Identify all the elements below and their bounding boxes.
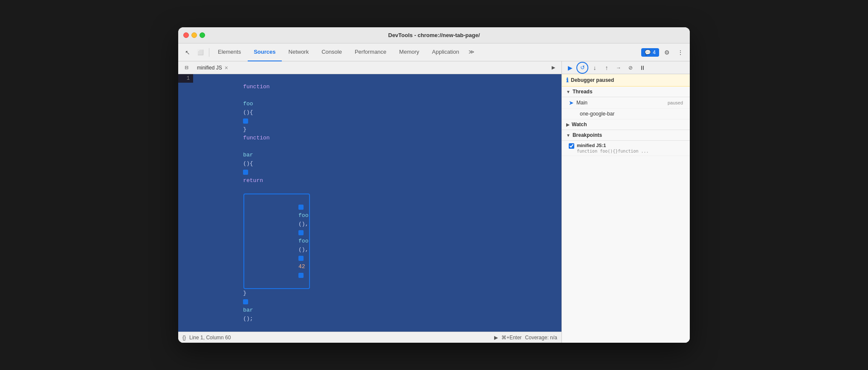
close-button[interactable] [183,32,189,38]
editor-toolbar-right: ▶ [549,63,558,72]
step-over-icon: ↺ [580,64,585,71]
pause-icon: ⏸ [639,64,645,71]
sidebar-toggle-button[interactable]: ⊟ [182,63,191,72]
minimize-button[interactable] [191,32,197,38]
more-vertical-icon: ⋮ [677,49,683,56]
breakpoint-item-1[interactable]: minified JS:1 function foo(){}function .… [562,141,690,156]
more-tabs-icon: ≫ [469,49,475,55]
breakpoints-collapse-icon: ▼ [566,133,570,138]
step-out-button[interactable]: ↑ [601,62,612,73]
right-panel: ▶ ↺ ↓ ↑ → ⊘ [562,61,690,343]
thread-main[interactable]: ➤ Main paused [562,97,690,109]
tab-sources[interactable]: Sources [248,43,281,61]
settings-button[interactable]: ⚙ [661,46,673,58]
step-into-icon: ↓ [593,64,596,71]
more-options-button[interactable]: ⋮ [674,46,686,58]
tab-memory[interactable]: Memory [393,43,425,61]
tab-application[interactable]: Application [426,43,465,61]
thread-active-icon: ➤ [569,99,574,106]
devtools-window: DevTools - chrome://new-tab-page/ ↖ ⬜ El… [178,27,690,343]
titlebar: DevTools - chrome://new-tab-page/ [178,27,690,43]
step-into-button[interactable]: ↓ [589,62,600,73]
keyword-function-1: function [243,84,269,90]
resume-icon: ▶ [568,64,573,71]
debugger-paused-banner: ℹ Debugger paused [562,74,690,87]
tab-elements[interactable]: Elements [212,43,247,61]
line-number-1: 1 [178,74,193,83]
breakpoint-checkbox[interactable] [569,143,574,149]
highlighted-expression: foo (), foo (), 42 [243,194,310,289]
resume-button[interactable]: ▶ [564,62,576,73]
status-right: ▶ ⌘+Enter Coverage: n/a [494,335,557,341]
deactivate-icon: ⊘ [628,65,633,71]
toolbar-divider [209,48,209,57]
coverage-text: Coverage: n/a [525,335,557,341]
toolbar-right: 💬 4 ⚙ ⋮ [641,46,686,58]
device-toolbar-button[interactable]: ⬜ [194,46,206,58]
step-button[interactable]: → [613,62,624,73]
status-bar: {} Line 1, Column 60 ▶ ⌘+Enter Coverage:… [178,332,561,343]
step-icon: → [616,65,621,71]
traffic-lights [183,32,205,38]
code-editor[interactable]: 1 function foo (){ } function bar (){ [178,74,561,332]
run-icon-status: ▶ [494,335,498,341]
deactivate-breakpoints-button[interactable]: ⊘ [625,62,636,73]
debugger-toolbar: ▶ ↺ ↓ ↑ → ⊘ [562,61,690,74]
run-icon: ▶ [552,65,555,70]
device-icon: ⬜ [197,49,204,55]
tab-network[interactable]: Network [283,43,315,61]
sidebar-icon: ⊟ [185,65,188,70]
issues-badge-button[interactable]: 💬 4 [641,48,659,57]
cursor-position: Line 1, Column 60 [189,335,231,341]
thread-one-google-bar[interactable]: one-google-bar [562,109,690,119]
main-content: ⊟ minified JS × ▶ 1 [178,61,690,343]
cursor-tool-button[interactable]: ↖ [182,46,194,58]
breakpoint-marker-2 [243,170,248,175]
format-icon[interactable]: {} [182,335,186,341]
watch-collapse-icon: ▶ [566,122,570,127]
breakpoints-section-header[interactable]: ▼ Breakpoints [562,130,690,141]
watch-section-header[interactable]: ▶ Watch [562,119,690,130]
file-tab-minified-js[interactable]: minified JS × [194,61,231,74]
breakpoint-text: minified JS:1 function foo(){}function .… [577,143,649,153]
step-over-button[interactable]: ↺ [576,62,588,74]
run-snippet-button[interactable]: ▶ [549,63,558,72]
breakpoint-marker-1 [243,119,248,124]
left-panel: ⊟ minified JS × ▶ 1 [178,61,562,343]
file-toolbar: ⊟ minified JS × ▶ [178,61,561,74]
step-out-icon: ↑ [605,64,608,71]
line-content-1: function foo (){ } function bar (){ retu [193,74,561,332]
cursor-icon: ↖ [185,49,190,56]
window-title: DevTools - chrome://new-tab-page/ [388,32,480,38]
threads-section-header[interactable]: ▼ Threads [562,87,690,97]
code-line-1: 1 function foo (){ } function bar (){ [178,74,561,332]
threads-collapse-icon: ▼ [566,90,570,94]
run-shortcut: ⌘+Enter [501,335,522,341]
tab-more-button[interactable]: ≫ [466,43,477,61]
maximize-button[interactable] [200,32,205,38]
tab-performance[interactable]: Performance [349,43,392,61]
tab-console[interactable]: Console [315,43,348,61]
main-toolbar: ↖ ⬜ Elements Sources Network Console Per… [178,43,690,61]
info-icon: ℹ [566,77,568,84]
status-left: {} Line 1, Column 60 [182,335,231,341]
issues-icon: 💬 [645,49,651,55]
file-tab-close-button[interactable]: × [225,65,228,71]
pause-on-exceptions-button[interactable]: ⏸ [637,62,648,73]
devtools-body: ↖ ⬜ Elements Sources Network Console Per… [178,43,690,343]
settings-icon: ⚙ [664,49,670,56]
